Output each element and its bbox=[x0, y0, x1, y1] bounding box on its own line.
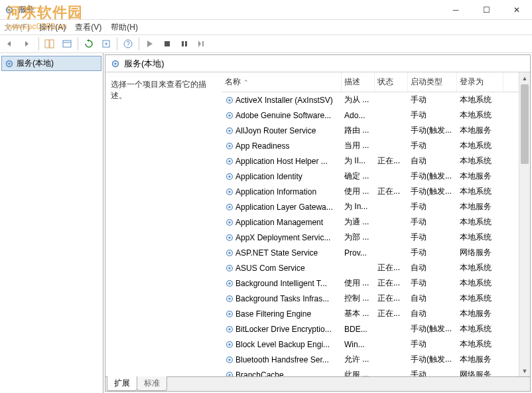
minimize-button[interactable]: ─ bbox=[440, 0, 471, 20]
table-row[interactable]: AllJoyn Router Service路由 ...手动(触发...本地服务 bbox=[222, 123, 530, 138]
svg-rect-3 bbox=[50, 40, 54, 48]
service-name: Application Host Helper ... bbox=[235, 157, 328, 166]
table-row[interactable]: Bluetooth Handsfree Ser...允许 ...手动(触发...… bbox=[222, 352, 530, 367]
service-logon: 本地系统 bbox=[457, 139, 503, 152]
tab-extended[interactable]: 扩展 bbox=[107, 376, 137, 391]
menu-help[interactable]: 帮助(H) bbox=[111, 22, 138, 33]
gear-icon bbox=[225, 126, 234, 135]
table-row[interactable]: Application Host Helper ...为 II...正在...自… bbox=[222, 153, 530, 169]
service-logon: 本地服务 bbox=[457, 200, 503, 213]
table-row[interactable]: Background Tasks Infras...控制 ...正在...自动本… bbox=[222, 291, 530, 306]
service-logon: 本地系统 bbox=[457, 277, 503, 289]
table-row[interactable]: ASP.NET State ServiceProv...手动网络服务 bbox=[222, 245, 530, 260]
service-name: Base Filtering Engine bbox=[235, 309, 311, 319]
back-button[interactable] bbox=[3, 37, 19, 51]
pause-button[interactable] bbox=[176, 37, 192, 51]
column-desc[interactable]: 描述 bbox=[342, 72, 375, 92]
svg-point-50 bbox=[228, 343, 231, 346]
svg-rect-11 bbox=[185, 41, 187, 46]
table-row[interactable]: Block Level Backup Engi...Win...手动本地系统 bbox=[222, 337, 530, 352]
properties-button[interactable] bbox=[59, 37, 75, 51]
table-row[interactable]: Adobe Genuine Software...Ado...手动本地系统 bbox=[222, 108, 530, 123]
svg-point-16 bbox=[114, 62, 117, 65]
service-startup: 自动 bbox=[408, 155, 457, 167]
service-status: 正在... bbox=[375, 292, 408, 305]
table-row[interactable]: Application Information使用 ...正在...手动(触发.… bbox=[222, 184, 530, 199]
gear-icon bbox=[5, 59, 14, 68]
column-logon[interactable]: 登录为 bbox=[457, 72, 503, 92]
svg-rect-12 bbox=[202, 41, 204, 46]
gear-icon bbox=[225, 325, 234, 334]
service-desc: 为 II... bbox=[342, 155, 375, 167]
service-name: ASUS Com Service bbox=[235, 264, 305, 273]
forward-button[interactable] bbox=[20, 37, 36, 51]
service-desc: 为从 ... bbox=[342, 94, 375, 106]
service-name: BitLocker Drive Encryptio... bbox=[235, 325, 332, 334]
service-logon: 本地系统 bbox=[457, 155, 503, 167]
service-logon: 本地系统 bbox=[457, 262, 503, 274]
column-name[interactable]: 名称⌃ bbox=[222, 72, 342, 92]
svg-rect-9 bbox=[165, 41, 170, 46]
stop-button[interactable] bbox=[159, 37, 175, 51]
services-list: 名称⌃ 描述 状态 启动类型 登录为 ActiveX Installer (Ax… bbox=[222, 72, 530, 376]
service-status bbox=[375, 374, 408, 376]
table-row[interactable]: Application Identity确定 ...手动(触发...本地服务 bbox=[222, 169, 530, 184]
gear-icon bbox=[225, 355, 234, 364]
bottom-tabs: 扩展 标准 bbox=[105, 376, 530, 391]
close-button[interactable]: ✕ bbox=[501, 0, 532, 20]
service-desc: 基本 ... bbox=[342, 307, 375, 320]
service-status bbox=[375, 359, 408, 360]
table-row[interactable]: App Readiness当用 ...手动本地系统 bbox=[222, 138, 530, 153]
service-status: 正在... bbox=[375, 262, 408, 274]
menu-file[interactable]: 文件(F) bbox=[4, 22, 30, 33]
titlebar: 服务 ─ ☐ ✕ bbox=[0, 0, 532, 20]
service-logon: 本地系统 bbox=[457, 185, 503, 198]
show-hide-tree-button[interactable] bbox=[42, 37, 58, 51]
table-row[interactable]: ASUS Com Service正在...自动本地系统 bbox=[222, 260, 530, 275]
service-name-cell: App Readiness bbox=[222, 141, 342, 151]
svg-point-52 bbox=[228, 358, 231, 361]
list-header: 名称⌃ 描述 状态 启动类型 登录为 bbox=[222, 72, 530, 92]
gear-icon bbox=[225, 279, 234, 288]
description-column: 选择一个项目来查看它的描述。 bbox=[105, 72, 222, 376]
service-logon: 本地服务 bbox=[457, 170, 503, 183]
service-name: Block Level Backup Engi... bbox=[235, 340, 330, 349]
table-row[interactable]: Application Management为通 ...手动本地系统 bbox=[222, 214, 530, 230]
service-name-cell: Application Host Helper ... bbox=[222, 156, 342, 167]
service-name: Application Information bbox=[235, 187, 316, 196]
refresh-button[interactable] bbox=[81, 37, 97, 51]
gear-icon bbox=[111, 59, 120, 68]
maximize-button[interactable]: ☐ bbox=[471, 0, 501, 20]
table-row[interactable]: Background Intelligent T...使用 ...正在...手动… bbox=[222, 275, 530, 291]
svg-point-32 bbox=[228, 206, 231, 208]
help-button[interactable]: ? bbox=[120, 37, 136, 51]
service-logon: 网络服务 bbox=[457, 368, 503, 376]
gear-icon bbox=[225, 202, 234, 212]
menu-action[interactable]: 操作(A) bbox=[39, 22, 66, 33]
service-startup: 手动 bbox=[408, 109, 457, 121]
scroll-up-arrow[interactable]: ▲ bbox=[519, 72, 530, 84]
table-row[interactable]: BitLocker Drive Encryptio...BDE...手动(触发.… bbox=[222, 321, 530, 337]
scroll-down-arrow[interactable]: ▼ bbox=[519, 365, 530, 376]
vertical-scrollbar[interactable]: ▲ ▼ bbox=[519, 72, 530, 376]
service-startup: 手动 bbox=[408, 338, 457, 351]
service-startup: 手动(触发... bbox=[408, 185, 457, 198]
tree-item-services-local[interactable]: 服务(本地) bbox=[1, 56, 101, 71]
table-row[interactable]: ActiveX Installer (AxInstSV)为从 ...手动本地系统 bbox=[222, 92, 530, 108]
service-status bbox=[375, 115, 408, 116]
tab-standard[interactable]: 标准 bbox=[137, 376, 167, 391]
start-button[interactable] bbox=[142, 37, 158, 51]
table-row[interactable]: Application Layer Gatewa...为 In...手动本地服务 bbox=[222, 199, 530, 214]
table-row[interactable]: Base Filtering Engine基本 ...正在...自动本地服务 bbox=[222, 306, 530, 321]
table-row[interactable]: BranchCache此服 ...手动网络服务 bbox=[222, 367, 530, 376]
svg-point-18 bbox=[228, 99, 231, 102]
column-startup[interactable]: 启动类型 bbox=[408, 72, 457, 92]
scroll-thumb[interactable] bbox=[521, 84, 529, 164]
table-row[interactable]: AppX Deployment Servic...为部 ...手动本地系统 bbox=[222, 230, 530, 245]
column-status[interactable]: 状态 bbox=[375, 72, 408, 92]
menu-view[interactable]: 查看(V) bbox=[75, 22, 101, 33]
service-name-cell: AllJoyn Router Service bbox=[222, 125, 342, 136]
export-button[interactable] bbox=[98, 37, 114, 51]
restart-button[interactable] bbox=[194, 37, 210, 51]
service-name-cell: Application Layer Gatewa... bbox=[222, 202, 342, 212]
